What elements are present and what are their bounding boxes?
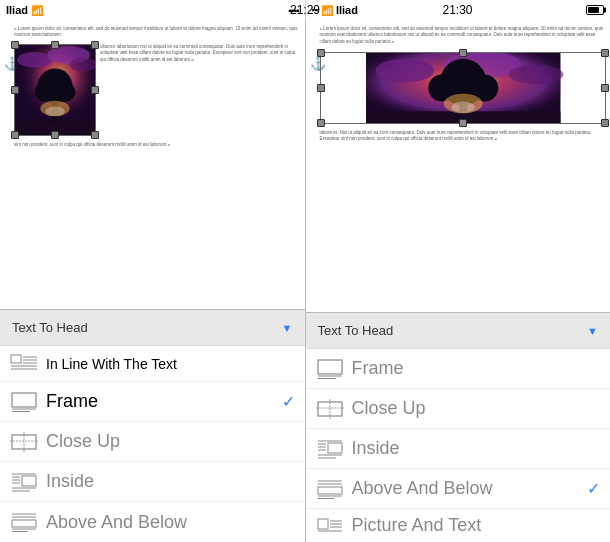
left-text-below: sint non proident, sunt in culpa qui off… — [14, 142, 302, 148]
abovebelow-check-right: ✓ — [587, 479, 600, 498]
svg-point-2 — [17, 52, 52, 68]
option-inline[interactable]: In Line With The Text — [0, 346, 305, 382]
resize-r-bl[interactable] — [317, 119, 325, 127]
left-panel: ⚓ « Lorem ipsum dolor sit, consectetur e… — [0, 20, 306, 542]
inside-icon-right — [316, 439, 344, 459]
right-time: 21:30 — [442, 3, 472, 17]
frame-icon-left — [10, 392, 38, 412]
svg-point-8 — [35, 82, 55, 102]
left-wifi-icon: 📶 — [31, 5, 43, 16]
abovebelow-label-left: Above And Below — [46, 512, 295, 533]
closeup-icon-right — [316, 399, 344, 419]
resize-r-br[interactable] — [601, 119, 609, 127]
right-doc-area: ⚓ « Lorem ipsum dolor sit, consectetur e… — [306, 20, 611, 312]
resize-r-bm[interactable] — [459, 119, 467, 127]
resize-mr[interactable] — [91, 86, 99, 94]
frame-label-right: Frame — [352, 358, 601, 379]
right-tree-svg — [321, 53, 606, 123]
resize-tm[interactable] — [51, 41, 59, 49]
left-text-wrap: ullamco laboriosum nisi ut aliquid ex ea… — [100, 44, 302, 63]
svg-point-47 — [451, 102, 474, 114]
resize-ml[interactable] — [11, 86, 19, 94]
option-abovebelow-left[interactable]: Above And Below — [0, 502, 305, 542]
closeup-icon-left — [10, 432, 38, 452]
picturetext-icon-right — [316, 516, 344, 536]
right-status-bar: ▪▪ 📶 Iliad 21:30 — [305, 0, 611, 20]
option-frame-left[interactable]: Frame ✓ — [0, 382, 305, 422]
right-options-list: Frame Close Up — [306, 348, 611, 542]
left-dropdown-arrow: ▼ — [282, 322, 293, 334]
right-text-below: labore et. Nisi ut aliquid ex ea com con… — [320, 130, 608, 143]
inline-icon — [10, 354, 38, 374]
closeup-label-left: Close Up — [46, 431, 295, 452]
resize-tr[interactable] — [91, 41, 99, 49]
svg-point-40 — [508, 65, 562, 84]
right-dropdown-arrow: ▼ — [587, 325, 598, 337]
left-dropdown-label: Text To Head — [12, 320, 88, 335]
frame-check-left: ✓ — [282, 392, 295, 411]
resize-r-tl[interactable] — [317, 49, 325, 57]
svg-rect-66 — [318, 519, 328, 529]
svg-point-9 — [56, 82, 76, 102]
right-panel: ⚓ « Lorem ipsum dolor sit, consectetur e… — [306, 20, 611, 542]
option-picturetext-right[interactable]: Picture And Text — [306, 509, 611, 542]
inside-label-right: Inside — [352, 438, 601, 459]
resize-br[interactable] — [91, 131, 99, 139]
svg-rect-12 — [11, 355, 21, 363]
left-status-bar: Iliad 📶 21:29 ▪▪▪▪ — [0, 0, 305, 20]
right-signal-icon: 📶 — [321, 5, 333, 16]
right-dropdown-bar[interactable]: Text To Head ▼ — [306, 312, 611, 348]
left-image-wrapper[interactable] — [14, 44, 96, 136]
right-dropdown-label: Text To Head — [318, 323, 394, 338]
right-carrier: Iliad — [336, 4, 358, 16]
left-time: 21:29 — [290, 3, 320, 17]
option-closeup-right[interactable]: Close Up — [306, 389, 611, 429]
right-battery-icon — [586, 5, 604, 15]
inside-icon-left — [10, 472, 38, 492]
svg-rect-33 — [12, 520, 36, 527]
resize-bl[interactable] — [11, 131, 19, 139]
frame-label-left: Frame — [46, 391, 282, 412]
option-inside-left[interactable]: Inside — [0, 462, 305, 502]
inside-label-left: Inside — [46, 471, 295, 492]
right-doc-page: ⚓ « Lorem ipsum dolor sit, consectetur e… — [306, 20, 611, 312]
resize-r-tm[interactable] — [459, 49, 467, 57]
left-text-above: « Lorem ipsum dolor sit, consectetur eli… — [14, 26, 301, 39]
left-dropdown-bar[interactable]: Text To Head ▼ — [0, 309, 305, 345]
abovebelow-label-right: Above And Below — [352, 478, 588, 499]
abovebelow-icon-left — [10, 512, 38, 532]
left-carrier: Iliad — [6, 4, 28, 16]
option-abovebelow-right[interactable]: Above And Below ✓ — [306, 469, 611, 509]
right-image-content — [321, 53, 606, 123]
svg-rect-26 — [22, 476, 36, 486]
closeup-label-right: Close Up — [352, 398, 601, 419]
svg-point-11 — [45, 107, 65, 117]
left-image-content — [15, 45, 95, 135]
left-tree-svg — [15, 45, 95, 135]
frame-icon-right — [316, 359, 344, 379]
option-frame-right[interactable]: Frame — [306, 349, 611, 389]
inline-label: In Line With The Text — [46, 356, 295, 372]
svg-rect-63 — [318, 487, 342, 494]
svg-point-38 — [375, 59, 433, 82]
abovebelow-icon-right — [316, 479, 344, 499]
svg-rect-48 — [318, 360, 342, 374]
resize-bm[interactable] — [51, 131, 59, 139]
left-doc-area: ⚓ « Lorem ipsum dolor sit, consectetur e… — [0, 20, 305, 309]
option-closeup-left[interactable]: Close Up — [0, 422, 305, 462]
option-inside-right[interactable]: Inside — [306, 429, 611, 469]
left-doc-page: ⚓ « Lorem ipsum dolor sit, consectetur e… — [0, 20, 305, 309]
resize-tl[interactable] — [11, 41, 19, 49]
svg-rect-18 — [12, 393, 36, 407]
resize-r-mr[interactable] — [601, 84, 609, 92]
left-options-list: In Line With The Text Frame ✓ — [0, 345, 305, 542]
svg-rect-56 — [328, 443, 342, 453]
picturetext-label-right: Picture And Text — [352, 515, 601, 536]
right-text-above: « Lorem ipsum dolor sit, consectetur eli… — [320, 26, 608, 45]
right-image-wrapper[interactable] — [320, 52, 607, 124]
resize-r-ml[interactable] — [317, 84, 325, 92]
resize-r-tr[interactable] — [601, 49, 609, 57]
